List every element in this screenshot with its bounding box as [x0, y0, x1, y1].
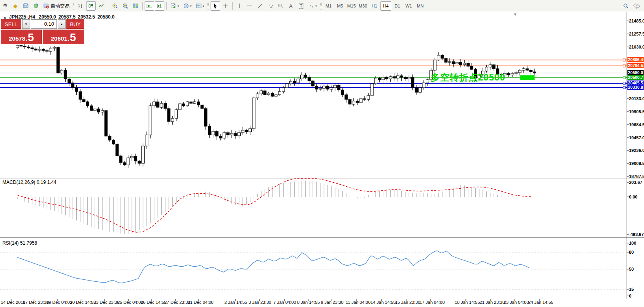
date-label: 17 Dec 23:30 — [23, 300, 49, 305]
volume-input[interactable]: 0.10 — [31, 19, 57, 29]
price-level-label: 20704.5 — [627, 63, 644, 68]
volume-decrease-button[interactable]: ▼ — [22, 19, 30, 29]
date-label: 9 Jan 23:30 — [321, 300, 344, 305]
axis-tick-label: 20133.0 — [629, 96, 644, 101]
axis-tick-label: 0 — [629, 294, 631, 298]
axis-tick-label: 19457.0 — [629, 135, 644, 140]
date-label: 8 Jan 14:55 — [297, 300, 320, 305]
date-label: 19 Dec 04:00 — [46, 300, 72, 305]
rsi-label: RSI(14) 51.7958 — [2, 240, 37, 246]
buy-price-main: 20601 — [51, 35, 68, 43]
date-label: 17 Jan 04:00 — [420, 300, 445, 305]
sell-price-frac: 5 — [28, 32, 34, 43]
sell-button[interactable]: SELL — [1, 19, 21, 29]
date-label: 21 Jan 23:30 — [480, 300, 505, 305]
price-level-label: 20806.4 — [627, 57, 644, 62]
buy-price-display[interactable]: 20601.5 — [43, 30, 84, 44]
ohlc-close: 20580.0 — [97, 14, 114, 20]
macd-label: MACD(12,26,9) 0.19 1.44 — [2, 180, 56, 185]
axis-tick-label: 15 — [629, 287, 634, 292]
highlight-rectangle[interactable] — [520, 75, 535, 80]
pane-separator[interactable] — [0, 177, 644, 177]
date-label: 25 Dec 04:00 — [117, 300, 143, 305]
date-label: 3 Jan 23:30 — [249, 300, 271, 305]
sell-price-main: 20578 — [9, 35, 25, 43]
price-level-label: 20330.8 — [627, 85, 644, 90]
date-label: 26 Dec 14:55 — [141, 300, 166, 305]
axis-tick-label: 80 — [629, 250, 634, 255]
axis-tick-label: 19905.5 — [629, 109, 644, 114]
date-label: 14 Jan 14:55 — [371, 300, 396, 305]
candlesticks — [16, 42, 536, 168]
rsi-line — [17, 251, 529, 283]
buy-price-frac: 5 — [70, 32, 76, 43]
price-level-label: 20500.7 — [627, 75, 644, 80]
one-click-trading-panel: SELL ▼ 0.10 ▲ BUY 20578.5 20601.5 — [1, 19, 84, 44]
chart-shift-marker[interactable]: ▼ — [513, 12, 517, 17]
pane-separator[interactable] — [0, 238, 644, 238]
buy-button[interactable]: BUY — [66, 19, 84, 29]
date-label: 24 Jan 14:55 — [528, 300, 554, 305]
date-label: 31 Dec 04:00 — [188, 300, 213, 305]
axis-tick-label: 100 — [629, 241, 636, 245]
date-label: 15 Jan 23:30 — [395, 300, 420, 305]
pane-separator[interactable] — [0, 178, 644, 178]
date-label: 2 Jan 14:55 — [224, 300, 247, 305]
date-label: 14 Dec 2018 — [1, 300, 25, 305]
price-axis-line[interactable] — [627, 12, 627, 299]
axis-tick-label: 18787.5 — [629, 174, 644, 179]
date-label: 7 Jan 04:00 — [273, 300, 296, 305]
axis-tick-label: 21257.5 — [629, 32, 644, 36]
macd-pane — [17, 179, 532, 234]
axis-tick-label: 50 — [629, 267, 634, 271]
axis-tick-label: 19684.5 — [629, 122, 644, 127]
sell-price-display[interactable]: 20578.5 — [1, 30, 42, 44]
pane-separator[interactable] — [0, 239, 644, 239]
axis-tick-label: 0.00 — [629, 195, 637, 199]
axis-tick-label: 19008.5 — [629, 161, 644, 166]
date-label: 23 Dec 23:30 — [94, 300, 119, 305]
axis-tick-label: -493.67 — [629, 232, 644, 237]
date-label: 18 Jan 14:55 — [455, 300, 480, 305]
date-label: 23 Jan 04:00 — [504, 300, 529, 305]
chart-canvas[interactable] — [0, 0, 644, 307]
rsi-pane — [0, 251, 627, 289]
time-axis-line — [0, 299, 627, 299]
date-label: 20 Dec 14:55 — [70, 300, 96, 305]
date-label: 27 Dec 23:30 — [164, 300, 190, 305]
axis-tick-label: 21030.0 — [629, 45, 644, 49]
volume-increase-button[interactable]: ▲ — [58, 19, 66, 29]
chart-annotation-text[interactable]: 多空转折点20500 — [431, 71, 505, 84]
macd-signal-line — [17, 179, 532, 232]
trading-app-window: 单 ◆ 自动交易 ▾ ▾ ▾ E F A T ▾ M1 — [0, 0, 644, 307]
axis-tick-label: 19236.0 — [629, 148, 644, 153]
date-label: 11 Jan 04:00 — [346, 300, 371, 305]
axis-tick-label: 203.67 — [629, 180, 642, 185]
axis-tick-label: 21485.0 — [629, 19, 644, 23]
